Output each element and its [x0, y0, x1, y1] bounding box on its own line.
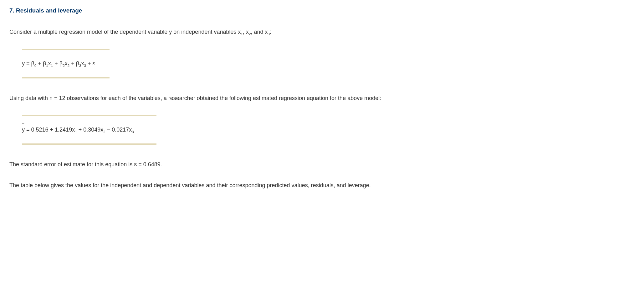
eq2-b: = 0.5216 + 1.2419x — [25, 127, 75, 133]
intro-text-b: , x — [243, 29, 249, 35]
y-hat: y — [22, 126, 25, 134]
intro-text-d: : — [270, 29, 271, 35]
equation-1: y = β0 + β1x1 + β2x2 + β3x3 + ε — [22, 50, 635, 77]
para-2: Using data with n = 12 observations for … — [9, 94, 635, 102]
para-3: The standard error of estimate for this … — [9, 160, 635, 169]
eq2-sub3: 3 — [132, 129, 134, 133]
eq1-d: + β — [53, 60, 63, 67]
eq2-d: − 0.0217x — [105, 127, 132, 133]
equation-block-1: y = β0 + β1x1 + β2x2 + β3x3 + ε — [22, 49, 635, 78]
eq1-c: x — [48, 60, 51, 67]
intro-text-c: , and x — [251, 29, 268, 35]
eq-rule-bottom — [22, 77, 110, 78]
intro-paragraph: Consider a multiple regression model of … — [9, 28, 635, 36]
section-heading: 7. Residuals and leverage — [9, 6, 635, 15]
eq1-a: y = β — [22, 60, 34, 67]
eq1-g: x — [81, 60, 84, 67]
eq1-b: + β — [36, 60, 46, 67]
eq2-rule-bottom — [22, 143, 156, 145]
equation-block-2: y = 0.5216 + 1.2419x1 + 0.3049x2 − 0.021… — [22, 115, 635, 145]
equation-2: y = 0.5216 + 1.2419x1 + 0.3049x2 − 0.021… — [22, 116, 635, 143]
eq1-f: + β — [69, 60, 79, 67]
eq1-h: + ε — [86, 60, 95, 67]
intro-text-a: Consider a multiple regression model of … — [9, 29, 241, 35]
eq2-c: + 0.3049x — [77, 127, 104, 133]
eq1-e: x — [65, 60, 68, 67]
para-4: The table below gives the values for the… — [9, 181, 635, 190]
